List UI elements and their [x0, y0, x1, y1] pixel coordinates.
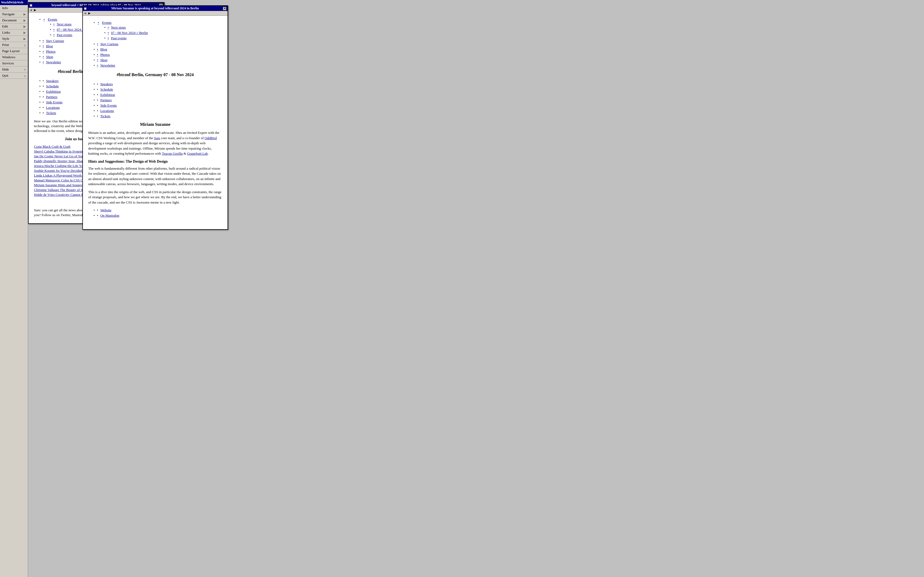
sass-link[interactable]: Sass	[154, 136, 160, 140]
speaker-name: Miriam Suzanne	[88, 122, 222, 127]
window-icon: ▣	[30, 4, 32, 7]
sidebar-item-windows[interactable]: Windows	[0, 54, 28, 60]
speakers-link[interactable]: Speakers	[46, 79, 58, 83]
website-link[interactable]: Website	[100, 208, 111, 212]
past-events-link-2[interactable]: Past events	[111, 36, 126, 40]
speaker-bio: Miriam is an author, artist, developer, …	[88, 130, 222, 156]
sidebar-item-document[interactable]: Document ▶	[0, 18, 28, 24]
newsletter-link[interactable]: Newsletter	[46, 60, 61, 64]
photos-link[interactable]: Photos	[46, 50, 55, 53]
locations-link[interactable]: Locations	[46, 105, 60, 110]
grapefruit-link[interactable]: Grapefruit Lab	[187, 152, 208, 155]
nav-list-2: • Events •Next stops •07 - 08 Nov 2024 /…	[88, 20, 222, 68]
window2-close-button[interactable]: ✕	[223, 7, 226, 10]
events-submenu-2: •Next stops •07 - 08 Nov 2024 // Berlin …	[94, 25, 222, 41]
oddbird-link[interactable]: OddBird	[205, 136, 217, 140]
shop-link[interactable]: Shop	[46, 55, 53, 59]
side-events-link-2[interactable]: Side Events	[100, 103, 117, 107]
sidebar-item-info[interactable]: Info	[0, 5, 28, 11]
partners-link-2[interactable]: Partners	[100, 98, 112, 102]
events-link-2[interactable]: Events	[102, 21, 111, 24]
next-stops-link[interactable]: Next stops	[57, 22, 71, 26]
talk-desc-1: The web is fundamentally different from …	[88, 166, 222, 187]
window2-titlebar[interactable]: ▣ Miriam Suzanne is speaking at beyond t…	[83, 6, 228, 11]
photos-link-2[interactable]: Photos	[100, 53, 110, 56]
sidebar-item-style[interactable]: Style ▶	[0, 36, 28, 42]
newsletter-link-2[interactable]: Newsletter	[100, 63, 115, 67]
sidebar-item-print[interactable]: Print p	[0, 42, 28, 48]
speaker-external-links: •Website •On Mastodon	[88, 208, 222, 218]
talk-desc-2: This is a dive into the origins of the w…	[88, 189, 222, 205]
schedule-link-2[interactable]: Schedule	[100, 87, 113, 91]
shop-link-2[interactable]: Shop	[100, 58, 107, 62]
scroll-right-icon: ▶	[34, 8, 36, 12]
sidebar-item-links[interactable]: Links ▶	[0, 30, 28, 36]
locations-link-2[interactable]: Locations	[100, 109, 114, 113]
sidebar: WorldWideWeb Info Navigate ▶ Document ▶ …	[0, 0, 28, 288]
page-title-2: #btconf Berlin, Germany 07 - 08 Nov 2024	[88, 73, 222, 77]
next-stops-link-2[interactable]: Next stops	[111, 25, 126, 29]
scroll-left-icon[interactable]: ◀	[30, 8, 32, 12]
dates-link-2[interactable]: 07 - 08 Nov 2024 // Berlin	[111, 31, 148, 35]
mastodon-link[interactable]: On Mastodon	[100, 213, 119, 218]
sidebar-item-page-layout[interactable]: Page Layout	[0, 48, 28, 54]
stay-curious-link-2[interactable]: Stay Curious	[100, 42, 118, 46]
sidebar-item-services[interactable]: Services	[0, 60, 28, 66]
window2-content[interactable]: • Events •Next stops •07 - 08 Nov 2024 /…	[83, 16, 228, 227]
sidebar-item-edit[interactable]: Edit ▶	[0, 24, 28, 30]
window2-icon: ▣	[84, 7, 86, 10]
scroll-left-icon-2[interactable]: ◀	[84, 11, 86, 15]
exhibition-link[interactable]: Exhibition	[46, 89, 61, 93]
scroll-right-icon-2: ▶	[88, 11, 90, 15]
sidebar-item-hide[interactable]: Hide h	[0, 66, 28, 73]
speakers-link-2[interactable]: Speakers	[100, 82, 113, 86]
section-links-2: •Speakers •Schedule •Exhibition •Partner…	[88, 82, 222, 119]
teacup-link[interactable]: Teacup Gorilla	[162, 152, 183, 155]
tickets-link[interactable]: Tickets	[46, 111, 56, 115]
stay-curious-link[interactable]: Stay Curious	[46, 39, 64, 43]
side-events-link[interactable]: Side Events	[46, 100, 63, 104]
talk-heading: Hints and Suggestions: The Design of Web…	[88, 160, 222, 164]
sidebar-item-navigate[interactable]: Navigate ▶	[0, 11, 28, 18]
blog-link-2[interactable]: Blog	[100, 47, 107, 51]
window2-toolbar: ◀ ▶	[83, 11, 228, 16]
exhibition-link-2[interactable]: Exhibition	[100, 93, 115, 97]
window2-title: Miriam Suzanne is speaking at beyond tel…	[87, 6, 223, 10]
past-events-link[interactable]: Past events	[57, 33, 72, 37]
tickets-link-2[interactable]: Tickets	[100, 114, 110, 118]
partners-link[interactable]: Partners	[46, 95, 58, 99]
schedule-link[interactable]: Schedule	[46, 84, 59, 88]
sidebar-item-quit[interactable]: Quit q	[0, 73, 28, 79]
app-title: WorldWideWeb	[0, 0, 28, 5]
events-link[interactable]: Events	[48, 18, 57, 21]
window-miriam: ▣ Miriam Suzanne is speaking at beyond t…	[82, 5, 228, 230]
blog-link[interactable]: Blog	[46, 44, 53, 48]
